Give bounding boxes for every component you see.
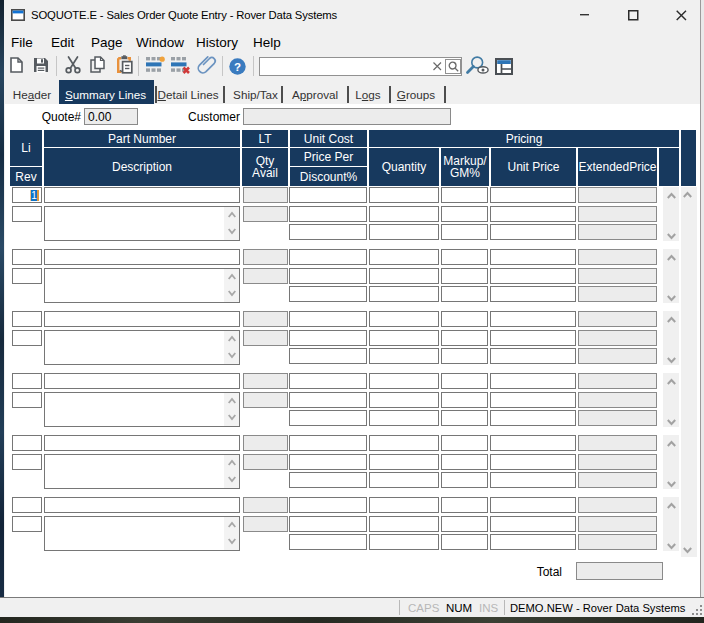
svg-text:?: ? (234, 61, 241, 73)
